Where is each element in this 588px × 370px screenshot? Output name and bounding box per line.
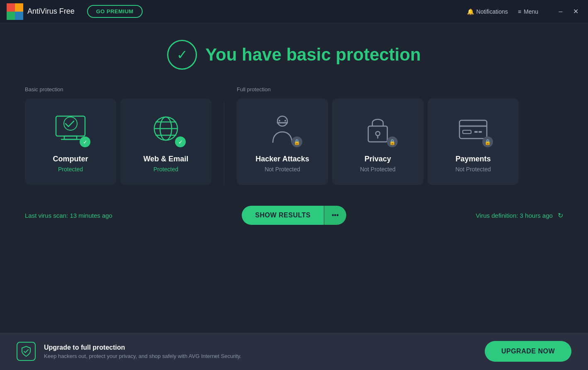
payments-icon-wrap: 🔒 bbox=[452, 111, 494, 148]
svg-rect-4 bbox=[56, 116, 85, 136]
hero-section: ✓ You have basic protection bbox=[25, 40, 563, 70]
computer-card-title: Computer bbox=[53, 155, 88, 163]
computer-card-status: Protected bbox=[58, 166, 83, 173]
full-protection-section: Full protection bbox=[237, 86, 563, 185]
virus-def-value: 3 hours ago bbox=[520, 212, 553, 219]
virus-definition-info: Virus definition: 3 hours ago ↻ bbox=[476, 212, 563, 219]
web-email-icon-wrap: ✓ bbox=[145, 111, 187, 148]
svg-point-14 bbox=[279, 120, 280, 122]
privacy-icon-wrap: 🔒 bbox=[357, 111, 398, 148]
shield-icon bbox=[20, 346, 32, 357]
more-options-button[interactable]: ••• bbox=[324, 206, 346, 225]
svg-rect-3 bbox=[15, 12, 23, 20]
computer-badge: ✓ bbox=[80, 136, 90, 147]
hero-circle: ✓ bbox=[167, 40, 197, 70]
svg-rect-0 bbox=[7, 3, 15, 12]
upgrade-description: Keep hackers out, protect your privacy, … bbox=[44, 353, 241, 359]
web-email-badge: ✓ bbox=[175, 136, 186, 147]
svg-point-17 bbox=[376, 131, 380, 136]
basic-cards-row: ✓ Computer Protected bbox=[25, 98, 211, 185]
svg-rect-22 bbox=[474, 131, 478, 133]
hamburger-icon: ≡ bbox=[518, 8, 521, 15]
hacker-attacks-icon-wrap: 🔒 bbox=[262, 111, 303, 148]
payments-card-status: Not Protected bbox=[455, 166, 491, 173]
checkmark-icon: ✓ bbox=[177, 47, 188, 63]
scan-bar: Last virus scan: 13 minutes ago SHOW RES… bbox=[25, 206, 563, 225]
web-email-card-status: Protected bbox=[153, 166, 178, 173]
svg-rect-23 bbox=[479, 131, 482, 133]
upgrade-footer: Upgrade to full protection Keep hackers … bbox=[0, 333, 588, 370]
computer-card[interactable]: ✓ Computer Protected bbox=[25, 98, 116, 185]
section-divider bbox=[224, 101, 224, 185]
scan-button-group: SHOW RESULTS ••• bbox=[242, 206, 346, 225]
minimize-button[interactable]: – bbox=[555, 6, 566, 17]
window-controls: – ✕ bbox=[555, 6, 581, 17]
hacker-attacks-badge: 🔒 bbox=[292, 136, 302, 147]
computer-icon-wrap: ✓ bbox=[50, 111, 91, 148]
web-email-card-title: Web & Email bbox=[143, 155, 189, 163]
privacy-card-status: Not Protected bbox=[360, 166, 396, 173]
payments-badge: 🔒 bbox=[482, 136, 493, 147]
svg-rect-16 bbox=[368, 126, 387, 142]
svg-rect-21 bbox=[463, 130, 471, 134]
close-button[interactable]: ✕ bbox=[570, 6, 581, 17]
refresh-icon[interactable]: ↻ bbox=[558, 212, 563, 219]
show-results-button[interactable]: SHOW RESULTS bbox=[242, 206, 324, 225]
svg-rect-19 bbox=[459, 120, 487, 139]
go-premium-button[interactable]: GO PREMIUM bbox=[87, 5, 143, 18]
full-cards-row: 🔒 Hacker Attacks Not Protected bbox=[237, 98, 563, 185]
web-email-card[interactable]: ✓ Web & Email Protected bbox=[120, 98, 211, 185]
upgrade-text: Upgrade to full protection Keep hackers … bbox=[44, 344, 241, 359]
svg-rect-2 bbox=[7, 12, 15, 20]
protection-area: Basic protection ✓ Computer bbox=[25, 86, 563, 185]
payments-card[interactable]: 🔒 Payments Not Protected bbox=[428, 98, 519, 185]
hacker-attacks-card[interactable]: 🔒 Hacker Attacks Not Protected bbox=[237, 98, 328, 185]
hero-text: You have basic protection bbox=[205, 45, 421, 65]
upgrade-now-button[interactable]: UPGRADE NOW bbox=[485, 341, 571, 362]
avg-logo-icon bbox=[7, 3, 23, 20]
hacker-attacks-card-title: Hacker Attacks bbox=[255, 155, 309, 163]
privacy-card[interactable]: 🔒 Privacy Not Protected bbox=[332, 98, 423, 185]
bell-icon: 🔔 bbox=[467, 8, 474, 15]
hacker-attacks-card-status: Not Protected bbox=[265, 166, 300, 173]
notifications-button[interactable]: 🔔 Notifications bbox=[467, 8, 508, 15]
basic-section-label: Basic protection bbox=[25, 86, 211, 92]
title-bar: AntiVirus Free GO PREMIUM 🔔 Notification… bbox=[0, 0, 588, 23]
basic-protection-section: Basic protection ✓ Computer bbox=[25, 86, 211, 185]
svg-point-15 bbox=[284, 120, 286, 122]
privacy-card-title: Privacy bbox=[364, 155, 391, 163]
main-content: ✓ You have basic protection Basic protec… bbox=[0, 23, 588, 225]
svg-rect-1 bbox=[15, 3, 23, 12]
upgrade-shield-icon bbox=[17, 342, 36, 361]
app-title: AntiVirus Free bbox=[27, 7, 75, 16]
privacy-badge: 🔒 bbox=[387, 136, 398, 147]
title-right: 🔔 Notifications ≡ Menu – ✕ bbox=[467, 6, 581, 17]
last-scan-info: Last virus scan: 13 minutes ago bbox=[25, 212, 112, 219]
menu-button[interactable]: ≡ Menu bbox=[518, 8, 538, 15]
last-scan-value: 13 minutes ago bbox=[70, 212, 112, 219]
logo-area: AntiVirus Free GO PREMIUM bbox=[7, 3, 143, 20]
payments-card-title: Payments bbox=[455, 155, 491, 163]
full-section-label: Full protection bbox=[237, 86, 563, 92]
upgrade-title: Upgrade to full protection bbox=[44, 344, 241, 351]
